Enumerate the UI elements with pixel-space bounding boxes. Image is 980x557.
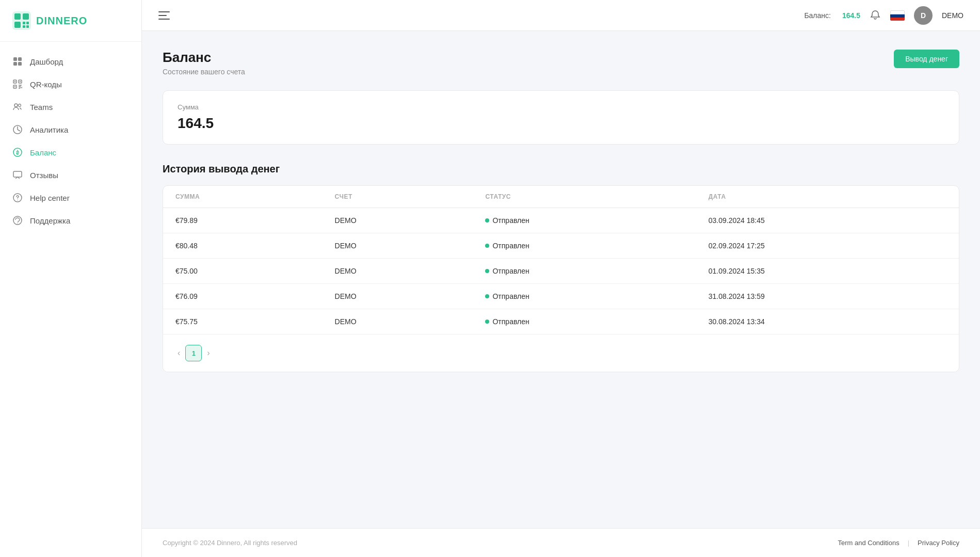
footer-links: Term and Conditions | Privacy Policy	[838, 539, 959, 547]
svg-rect-9	[18, 57, 22, 61]
content-area: Баланс Состояние вашего счета Вывод дене…	[142, 31, 980, 528]
footer-link-terms[interactable]: Term and Conditions	[838, 539, 899, 547]
cell-date: 31.08.2024 13:59	[696, 284, 959, 309]
dashboard-icon	[12, 56, 23, 67]
pagination-page-1[interactable]: 1	[185, 345, 202, 361]
sidebar-item-dashboard[interactable]: Дашборд	[0, 50, 141, 73]
nav-menu: Дашборд QR-коды Teams Аналитика	[0, 42, 141, 557]
page-header: Баланс Состояние вашего счета Вывод дене…	[163, 50, 959, 76]
support-icon	[12, 215, 23, 226]
logo-icon	[12, 11, 31, 30]
cell-account: DEMO	[323, 208, 473, 233]
cell-account: DEMO	[323, 259, 473, 284]
cell-status: Отправлен	[473, 208, 696, 233]
table-row: €75.75 DEMO Отправлен 30.08.2024 13:34	[163, 309, 959, 335]
sidebar-item-analytics[interactable]: Аналитика	[0, 118, 141, 141]
svg-rect-6	[23, 25, 25, 28]
cell-date: 01.09.2024 15:35	[696, 259, 959, 284]
help-icon	[12, 193, 23, 203]
balance-card-label: Сумма	[178, 103, 944, 111]
sidebar-item-dashboard-label: Дашборд	[30, 57, 63, 66]
history-table-wrap: СУММА СЧЕТ СТАТУС ДАТА €79.89 DEMO Отпра…	[163, 185, 959, 372]
cell-amount: €80.48	[163, 233, 323, 259]
hamburger-icon[interactable]	[158, 11, 170, 20]
page-subtitle: Состояние вашего счета	[163, 68, 245, 76]
topbar-balance-label: Баланс:	[804, 11, 831, 20]
balance-icon	[12, 147, 23, 157]
status-dot	[485, 294, 489, 298]
table-row: €79.89 DEMO Отправлен 03.09.2024 18:45	[163, 208, 959, 233]
sidebar-item-teams-label: Teams	[30, 103, 53, 112]
sidebar-item-help-label: Help center	[30, 194, 70, 202]
svg-point-26	[13, 148, 22, 156]
cell-amount: €75.75	[163, 309, 323, 335]
topbar-left	[158, 11, 170, 20]
cell-amount: €79.89	[163, 208, 323, 233]
svg-point-29	[17, 200, 18, 200]
svg-rect-27	[13, 171, 22, 177]
analytics-icon	[12, 124, 23, 135]
sidebar-item-balance[interactable]: Баланс	[0, 141, 141, 164]
cell-status: Отправлен	[473, 259, 696, 284]
sidebar-item-teams[interactable]: Teams	[0, 96, 141, 118]
svg-point-24	[19, 104, 21, 107]
avatar[interactable]: D	[914, 6, 933, 25]
cell-account: DEMO	[323, 233, 473, 259]
bell-icon[interactable]	[870, 10, 881, 21]
svg-rect-17	[14, 86, 15, 87]
col-header-date: ДАТА	[696, 186, 959, 208]
svg-point-23	[14, 104, 18, 107]
svg-rect-5	[26, 22, 29, 24]
svg-rect-3	[14, 22, 21, 28]
pagination-next[interactable]: ›	[205, 348, 212, 358]
sidebar-item-balance-label: Баланс	[30, 148, 56, 157]
user-name[interactable]: DEMO	[942, 11, 963, 20]
svg-rect-2	[23, 13, 29, 20]
status-dot	[485, 218, 489, 222]
teams-icon	[12, 102, 23, 112]
table-row: €76.09 DEMO Отправлен 31.08.2024 13:59	[163, 284, 959, 309]
status-dot	[485, 269, 489, 273]
page-header-text: Баланс Состояние вашего счета	[163, 50, 245, 76]
flag-icon[interactable]	[890, 10, 905, 21]
cell-account: DEMO	[323, 284, 473, 309]
svg-rect-8	[13, 57, 17, 61]
sidebar-item-qr-codes[interactable]: QR-коды	[0, 73, 141, 96]
sidebar-item-support[interactable]: Поддержка	[0, 209, 141, 232]
footer: Copyright © 2024 Dinnero, All rights res…	[142, 528, 980, 557]
svg-rect-16	[20, 81, 21, 82]
footer-link-privacy[interactable]: Privacy Policy	[918, 539, 959, 547]
svg-point-31	[17, 222, 18, 223]
svg-rect-7	[26, 25, 29, 28]
balance-card: Сумма 164.5	[163, 90, 959, 145]
qr-icon	[12, 79, 23, 89]
svg-rect-4	[23, 22, 25, 24]
cell-status: Отправлен	[473, 233, 696, 259]
cell-amount: €76.09	[163, 284, 323, 309]
history-section: История вывода денег СУММА СЧЕТ СТАТУС Д…	[163, 163, 959, 372]
sidebar: DINNERO Дашборд QR-коды Teams	[0, 0, 142, 557]
table-row: €75.00 DEMO Отправлен 01.09.2024 15:35	[163, 259, 959, 284]
withdraw-button[interactable]: Вывод денег	[894, 50, 959, 68]
logo[interactable]: DINNERO	[0, 0, 141, 42]
main-content: Баланс: 164.5 D DEMO Баланс Состояние ва…	[142, 0, 980, 557]
svg-rect-10	[13, 62, 17, 66]
svg-rect-11	[18, 62, 22, 66]
footer-separator: |	[908, 539, 909, 547]
history-title: История вывода денег	[163, 163, 959, 175]
sidebar-item-help[interactable]: Help center	[0, 186, 141, 209]
topbar-right: Баланс: 164.5 D DEMO	[804, 6, 963, 25]
sidebar-item-reviews[interactable]: Отзывы	[0, 164, 141, 186]
pagination: ‹ 1 ›	[163, 334, 959, 372]
topbar-balance-value: 164.5	[842, 11, 860, 20]
table-header-row: СУММА СЧЕТ СТАТУС ДАТА	[163, 186, 959, 208]
table-row: €80.48 DEMO Отправлен 02.09.2024 17:25	[163, 233, 959, 259]
cell-status: Отправлен	[473, 309, 696, 335]
col-header-account: СЧЕТ	[323, 186, 473, 208]
balance-card-value: 164.5	[178, 115, 944, 132]
pagination-prev[interactable]: ‹	[175, 348, 182, 358]
sidebar-item-reviews-label: Отзывы	[30, 171, 58, 180]
cell-account: DEMO	[323, 309, 473, 335]
cell-status: Отправлен	[473, 284, 696, 309]
cell-date: 30.08.2024 13:34	[696, 309, 959, 335]
